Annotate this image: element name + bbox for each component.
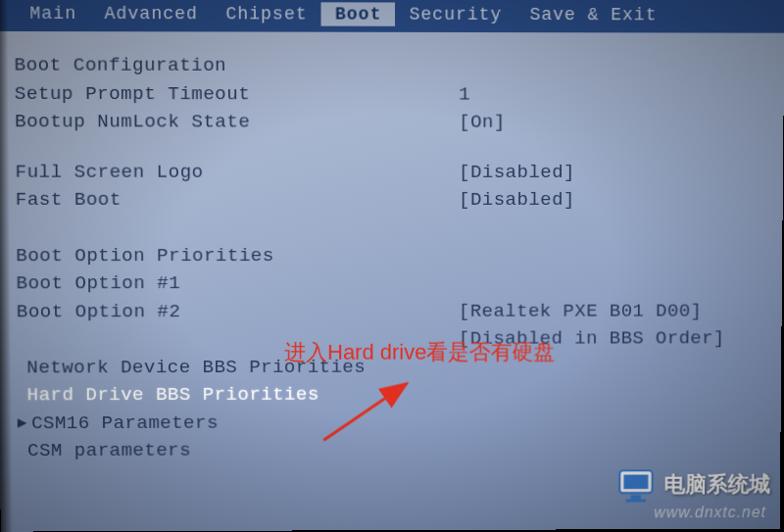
annotation-text: 进入Hard drive看是否有硬盘 [284,338,556,367]
bios-menu-bar: Main Advanced Chipset Boot Security Save… [0,0,784,33]
setup-prompt-value: 1 [459,80,470,109]
numlock-label[interactable]: Bootup NumLock State [15,108,459,136]
menu-advanced[interactable]: Advanced [90,2,212,26]
full-screen-logo-label[interactable]: Full Screen Logo [15,158,459,186]
hard-drive-bbs-item[interactable]: Hard Drive BBS Priorities [26,381,318,410]
fast-boot-label[interactable]: Fast Boot [16,186,459,215]
menu-security[interactable]: Security [396,2,516,26]
menu-chipset[interactable]: Chipset [212,2,321,26]
bios-content: Boot Configuration Setup Prompt Timeout … [0,31,784,475]
menu-main[interactable]: Main [16,2,90,26]
cursor-indicator-icon: ▶ [18,411,27,435]
csm-item[interactable]: CSM parameters [27,437,191,465]
boot-priorities-header: Boot Option Priorities [16,241,459,269]
boot-option-1-value: [Realtek PXE B01 D00] [459,297,703,325]
fast-boot-value: [Disabled] [459,186,575,215]
setup-prompt-label[interactable]: Setup Prompt Timeout [15,79,460,108]
boot-option-1-label[interactable]: Boot Option #1 [16,269,459,298]
menu-save-exit[interactable]: Save & Exit [515,3,670,27]
svg-rect-5 [625,499,646,502]
boot-config-header: Boot Configuration [14,51,459,80]
full-screen-logo-value: [Disabled] [459,158,575,186]
watermark-brand: 电脑系统城 [664,470,771,500]
watermark-url: www.dnxtc.net [654,504,766,521]
csm16-item[interactable]: CSM16 Parameters [31,409,219,437]
watermark-logo: 电脑系统城 [615,464,770,506]
svg-rect-3 [623,474,648,489]
numlock-value: [On] [459,109,506,137]
menu-boot[interactable]: Boot [321,2,396,25]
boot-option-2-label[interactable]: Boot Option #2 [17,297,459,325]
svg-rect-4 [631,495,641,499]
monitor-icon [615,464,657,506]
